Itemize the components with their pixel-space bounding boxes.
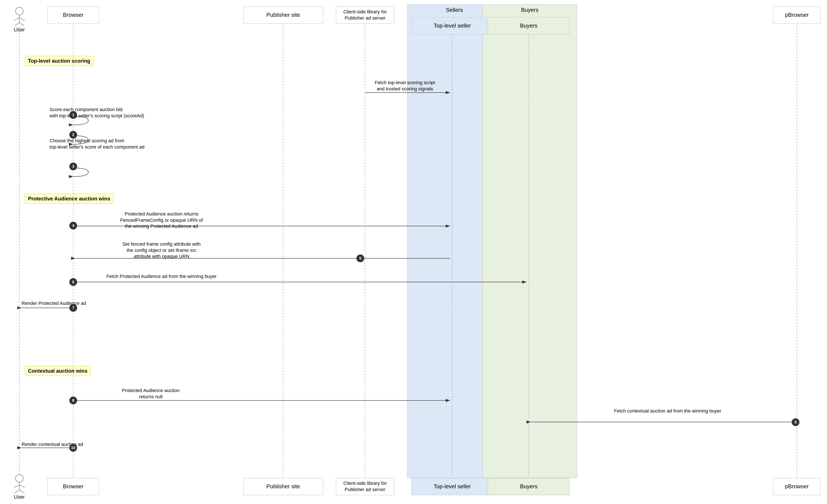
top-level-seller-bottom-box: Top-level seller: [411, 478, 493, 495]
step-2: 2: [69, 131, 77, 139]
svg-line-3: [19, 18, 25, 20]
browser-bottom-box: Browser: [47, 478, 99, 495]
step-1: 1: [69, 111, 77, 119]
publisher-site-bottom-box: Publisher site: [243, 478, 323, 495]
buyers-group-header: Buyers: [483, 4, 577, 15]
user-top: User: [11, 6, 28, 33]
diagram-container: Sellers Buyers User Browser Publisher si…: [0, 0, 827, 504]
section-protective-audience-wins: Protective Audience auction wins: [25, 194, 113, 204]
step-3: 3: [69, 162, 77, 170]
step-5: 5: [356, 254, 364, 262]
msg-set-fenced: Set fenced frame config attribute withth…: [86, 241, 237, 260]
publisher-site-top-box: Publisher site: [243, 6, 323, 24]
svg-point-0: [15, 7, 23, 15]
client-lib-top-box: Client-side library forPublisher ad serv…: [336, 6, 394, 24]
msg-fetch-contextual: Fetch contextual auction ad from the win…: [538, 408, 797, 414]
svg-line-4: [15, 22, 19, 26]
msg-render-contextual: Render contextual auction ad: [21, 441, 103, 448]
pbrowser-bottom-box: pBrowser: [773, 478, 821, 495]
msg-pa-null: Protected Audience auctionreturns null: [86, 388, 215, 400]
user-top-label: User: [11, 27, 28, 33]
msg-fetch-pa-ad: Fetch Protected Audience ad from the win…: [86, 273, 237, 280]
pbrowser-top-box: pBrowser: [773, 6, 821, 24]
svg-line-8: [14, 485, 19, 488]
buyers-bottom-box: Buyers: [488, 478, 570, 495]
msg-pa-returns: Protected Audience auction returnsFenced…: [86, 211, 237, 230]
svg-line-5: [19, 22, 24, 26]
svg-line-2: [14, 18, 19, 20]
buyers-top-box: Buyers: [488, 17, 570, 35]
msg-score-each: Score each component auction bidwith top…: [50, 107, 168, 119]
msg-render-pa: Render Protected Audience ad: [21, 300, 103, 307]
step-6: 6: [69, 278, 77, 286]
svg-line-9: [19, 485, 25, 488]
step-9: 9: [792, 418, 799, 426]
msg-choose-highest: Choose the highest scoring ad fromtop-le…: [50, 138, 168, 150]
svg-line-10: [15, 490, 19, 493]
step-10: 10: [69, 444, 77, 452]
msg-fetch-scoring: Fetch top-level scoring scriptand truste…: [345, 80, 465, 92]
step-4: 4: [69, 222, 77, 230]
svg-line-11: [19, 490, 24, 493]
top-level-seller-top-box: Top-level seller: [411, 17, 493, 35]
section-contextual-wins: Contextual auction wins: [25, 366, 91, 376]
client-lib-bottom-box: Client-side library forPublisher ad serv…: [336, 478, 394, 495]
step-7: 7: [69, 304, 77, 312]
user-bottom-label: User: [11, 494, 28, 500]
buyers-group: Buyers: [482, 4, 577, 478]
step-8: 8: [69, 397, 77, 404]
user-bottom: User: [11, 474, 28, 500]
browser-top-box: Browser: [47, 6, 99, 24]
section-top-level-scoring: Top-level auction scoring: [25, 56, 93, 66]
svg-point-6: [15, 474, 23, 482]
